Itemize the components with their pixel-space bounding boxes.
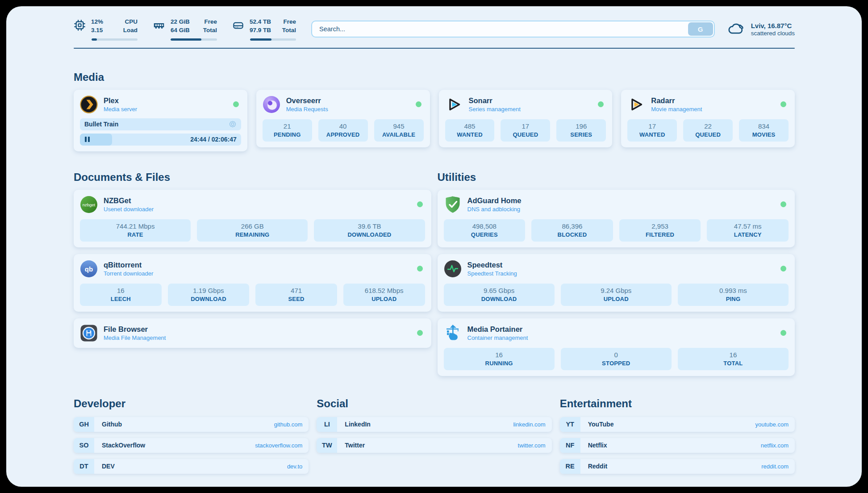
stat-box: 39.6 TB DOWNLOADED bbox=[314, 219, 425, 242]
stat-box: 498,508 QUERIES bbox=[444, 219, 526, 242]
ram-stat: 22 GiB 64 GiB Free Total bbox=[153, 18, 217, 41]
stat-box: 0 STOPPED bbox=[561, 348, 672, 370]
documents-column: Documents & Files nzbget bbox=[74, 171, 431, 376]
section-title-developer: Developer bbox=[74, 397, 309, 410]
link-url[interactable]: youtube.com bbox=[755, 421, 795, 428]
link-row-netflix[interactable]: NF Netflix netflix.com bbox=[560, 438, 795, 453]
link-tag: DT bbox=[74, 459, 94, 474]
stat-box: 618.52 Mbps UPLOAD bbox=[343, 284, 425, 306]
cpu-label-top: CPU bbox=[121, 18, 138, 26]
stat-box: 1.19 Gbps DOWNLOAD bbox=[168, 284, 250, 306]
link-row-linkedin[interactable]: LI LinkedIn linkedin.com bbox=[317, 417, 551, 432]
app-card-portainer[interactable]: Media Portainer Container management 16 … bbox=[438, 318, 795, 376]
app-card-plex[interactable]: Plex Media server Bullet Train 24:44 / 0… bbox=[74, 90, 247, 151]
stat-box: 2,953 FILTERED bbox=[619, 219, 701, 242]
app-card-adguard[interactable]: AdGuard Home DNS and adblocking 498,508 … bbox=[438, 190, 795, 247]
link-name: Netflix bbox=[580, 442, 607, 449]
stat-box: 86,396 BLOCKED bbox=[531, 219, 613, 242]
link-row-reddit[interactable]: RE Reddit reddit.com bbox=[560, 459, 795, 474]
ram-label-top: Free bbox=[200, 18, 217, 26]
link-url[interactable]: dev.to bbox=[287, 463, 309, 470]
stat-box: 9.24 Gbps UPLOAD bbox=[561, 284, 672, 306]
weather-condition: scattered clouds bbox=[751, 30, 795, 37]
stat-box: 9.65 Gbps DOWNLOAD bbox=[444, 284, 555, 306]
app-description: Speedtest Tracking bbox=[467, 270, 517, 277]
link-name: Reddit bbox=[580, 463, 608, 470]
link-url[interactable]: twitter.com bbox=[518, 442, 552, 449]
search-bar: G bbox=[311, 21, 715, 38]
link-row-youtube[interactable]: YT YouTube youtube.com bbox=[560, 417, 795, 432]
search-input[interactable] bbox=[312, 21, 687, 37]
utilities-column: Utilities bbox=[438, 171, 795, 376]
stat-box: 485 WANTED bbox=[445, 119, 495, 142]
sonarr-icon bbox=[445, 96, 463, 113]
ram-free: 22 GiB bbox=[171, 18, 195, 26]
stat-box: 16 RUNNING bbox=[444, 348, 555, 370]
ram-label-bottom: Total bbox=[200, 26, 217, 35]
link-url[interactable]: stackoverflow.com bbox=[255, 442, 309, 449]
disk-label-top: Free bbox=[279, 18, 296, 26]
link-url[interactable]: reddit.com bbox=[761, 463, 795, 470]
app-name: NZBGet bbox=[104, 196, 154, 205]
speedtest-icon bbox=[444, 260, 462, 278]
overseerr-icon bbox=[263, 96, 280, 113]
disk-free: 52.4 TB bbox=[250, 18, 274, 26]
status-dot bbox=[417, 266, 423, 272]
link-row-dev[interactable]: DT DEV dev.to bbox=[74, 459, 309, 474]
stat-box: 266 GB REMAINING bbox=[197, 219, 308, 242]
system-stats: 12% 3.15 CPU Load bbox=[74, 18, 296, 41]
playback-time: 24:44 / 02:06:47 bbox=[190, 136, 241, 143]
app-card-filebrowser[interactable]: File Browser Media File Management bbox=[74, 318, 431, 348]
link-url[interactable]: linkedin.com bbox=[513, 421, 551, 428]
app-card-nzbget[interactable]: nzbget NZBGet Usenet downloader 744.21 M… bbox=[74, 190, 431, 247]
status-dot bbox=[598, 101, 604, 107]
app-description: Torrent downloader bbox=[104, 270, 153, 277]
link-row-github[interactable]: GH Github github.com bbox=[74, 417, 309, 432]
pause-icon bbox=[85, 137, 90, 142]
weather-widget: Lviv, 16.87°C scattered clouds bbox=[727, 21, 795, 37]
cloud-icon bbox=[727, 21, 745, 37]
app-card-sonarr[interactable]: Sonarr Series management 485 WANTED 17 Q… bbox=[439, 90, 613, 147]
app-description: DNS and adblocking bbox=[467, 206, 522, 213]
app-description: Media Requests bbox=[286, 106, 328, 113]
app-card-radarr[interactable]: Radarr Movie management 17 WANTED 22 QUE… bbox=[621, 90, 795, 147]
adguard-icon bbox=[444, 196, 462, 213]
app-name: AdGuard Home bbox=[467, 196, 522, 205]
link-tag: LI bbox=[317, 417, 337, 432]
disk-icon bbox=[232, 19, 244, 31]
app-description: Series management bbox=[469, 106, 521, 113]
status-dot bbox=[780, 330, 786, 336]
status-dot bbox=[417, 330, 423, 336]
stat-box: 945 AVAILABLE bbox=[374, 119, 424, 142]
nzbget-icon: nzbget bbox=[80, 196, 98, 213]
app-name: Media Portainer bbox=[467, 325, 528, 334]
dashboard: 12% 3.15 CPU Load bbox=[6, 6, 862, 487]
radarr-icon bbox=[627, 96, 645, 113]
cpu-stat: 12% 3.15 CPU Load bbox=[74, 18, 138, 41]
link-name: DEV bbox=[94, 463, 115, 470]
search-provider-button[interactable]: G bbox=[688, 22, 713, 36]
media-grid: Plex Media server Bullet Train 24:44 / 0… bbox=[74, 90, 795, 151]
app-card-qbittorrent[interactable]: qb qBittorrent Torrent downloader 16 LEE… bbox=[74, 254, 431, 312]
app-card-speedtest[interactable]: Speedtest Speedtest Tracking 9.65 Gbps D… bbox=[438, 254, 795, 312]
stat-box: 16 TOTAL bbox=[678, 348, 789, 370]
session-settings-icon[interactable] bbox=[229, 120, 237, 128]
cpu-icon bbox=[74, 19, 86, 31]
link-url[interactable]: github.com bbox=[274, 421, 309, 428]
app-name: Overseerr bbox=[286, 96, 328, 105]
cpu-label-bottom: Load bbox=[121, 26, 138, 35]
svg-text:qb: qb bbox=[85, 265, 93, 272]
link-tag: TW bbox=[317, 438, 337, 453]
ram-total: 64 GiB bbox=[171, 26, 195, 35]
link-tag: GH bbox=[74, 417, 94, 432]
ram-progress-track bbox=[171, 38, 217, 41]
status-dot bbox=[780, 201, 786, 207]
link-row-twitter[interactable]: TW Twitter twitter.com bbox=[317, 438, 551, 453]
link-name: Twitter bbox=[337, 442, 365, 449]
ram-progress-fill bbox=[171, 38, 201, 41]
stat-box: 40 APPROVED bbox=[318, 119, 368, 142]
link-row-stackoverflow[interactable]: SO StackOverflow stackoverflow.com bbox=[74, 438, 309, 453]
link-tag: RE bbox=[560, 459, 580, 474]
link-url[interactable]: netflix.com bbox=[761, 442, 795, 449]
app-card-overseerr[interactable]: Overseerr Media Requests 21 PENDING 40 A… bbox=[256, 90, 430, 147]
